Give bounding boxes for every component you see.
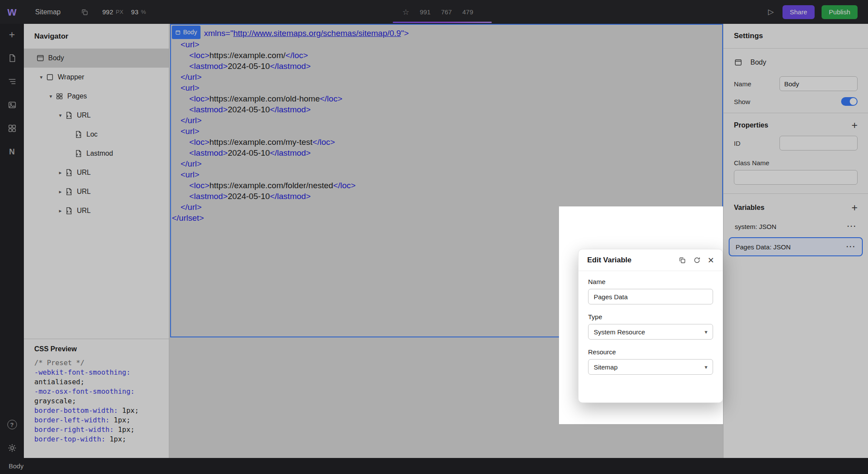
navigator-item-wrapper[interactable]: ▾Wrapper: [24, 68, 169, 87]
xml-line: <loc>https://example.com/</loc>: [172, 50, 409, 61]
type-select[interactable]: System Resource ▾: [588, 324, 713, 340]
star-icon[interactable]: ☆: [402, 7, 409, 17]
navigator-item-loc[interactable]: Loc: [24, 125, 169, 144]
navigator-item-url[interactable]: ▸URL: [24, 163, 169, 182]
preview-play-icon[interactable]: ▷: [768, 7, 774, 16]
navigator-item-url[interactable]: ▾URL: [24, 106, 169, 125]
navigator-item-url[interactable]: ▸URL: [24, 182, 169, 201]
css-preview-code: /* Preset */-webkit-font-smoothing:antia…: [34, 358, 162, 444]
canvas-width-control[interactable]: 992 PX: [102, 8, 123, 16]
gear-icon[interactable]: [7, 443, 17, 453]
breakpoint-479[interactable]: 479: [462, 8, 473, 16]
xml-tag: </url>: [181, 203, 202, 212]
css-preview-line: grayscale;: [34, 396, 162, 406]
xml-line: <lastmod>2024-05-10</lastmod>: [172, 104, 409, 115]
css-val: grayscale;: [34, 397, 76, 405]
publish-button[interactable]: Publish: [822, 5, 858, 19]
show-toggle[interactable]: [841, 97, 858, 106]
topbar: w Sitemap 992 PX 93 % ☆ 991 767 479 ▷ Sh…: [0, 0, 868, 24]
xml-line: </url>: [172, 158, 409, 169]
css-preview-line: border-bottom-width: 1px;: [34, 406, 162, 415]
add-variable-button[interactable]: +: [852, 203, 858, 212]
type-select-value: System Resource: [594, 328, 645, 336]
css-val: 1px;: [105, 435, 126, 443]
xml-tag: <loc>: [189, 137, 209, 147]
css-preview-line: -moz-osx-font-smoothing:: [34, 387, 162, 396]
apps-icon[interactable]: [7, 124, 17, 133]
css-preview-section: CSS Preview /* Preset */-webkit-font-smo…: [24, 339, 169, 458]
xml-line: </urlset>: [172, 212, 409, 223]
css-prop: -webkit-font-smoothing:: [34, 368, 131, 376]
expander-open-icon[interactable]: ▾: [56, 112, 65, 118]
xml-tag: </lastmod>: [270, 105, 311, 114]
component-chip[interactable]: Body: [734, 55, 858, 70]
xml-line: </url>: [172, 202, 409, 212]
xml-line: <lastmod>2024-05-10</lastmod>: [172, 147, 409, 158]
refresh-icon[interactable]: [693, 256, 701, 264]
expander-closed-icon[interactable]: ▸: [56, 208, 65, 214]
variable-item-pages-data[interactable]: Pages Data: JSON ···: [729, 237, 863, 256]
breadcrumb-body[interactable]: Body: [9, 462, 23, 470]
xml-tag: </url>: [181, 116, 202, 125]
zoom-control[interactable]: 93 %: [131, 8, 146, 16]
xml-link: http://www.sitemaps.org/schemas/sitemap/…: [233, 29, 401, 38]
navigator-icon[interactable]: [7, 77, 17, 86]
more-icon[interactable]: ···: [846, 243, 856, 251]
pages-icon[interactable]: [7, 53, 17, 63]
xml-tag: </url>: [181, 159, 202, 168]
edit-variable-dialog: Edit Variable × Name Type System Resourc…: [578, 249, 723, 403]
plus-icon[interactable]: +: [7, 30, 17, 39]
toggle-knob: [850, 98, 857, 105]
xml-text: 2024-05-10: [228, 192, 270, 201]
xml-icon: [74, 130, 83, 139]
xml-tag: <url>: [181, 170, 199, 179]
xml-tag: <loc>: [189, 94, 209, 103]
navigator-item-label: Body: [48, 54, 64, 62]
navigator-item-lastmod[interactable]: Lastmod: [24, 144, 169, 163]
expander-closed-icon[interactable]: ▸: [56, 170, 65, 176]
assets-icon[interactable]: [7, 100, 17, 110]
xml-tag: <url>: [181, 40, 199, 49]
close-icon[interactable]: ×: [708, 256, 714, 264]
xml-text: https://example.com/: [209, 51, 285, 60]
id-input[interactable]: [779, 136, 858, 150]
css-prop: -moz-osx-font-smoothing:: [34, 387, 135, 396]
expander-closed-icon[interactable]: ▸: [56, 189, 65, 195]
help-icon[interactable]: ?: [7, 420, 17, 429]
variable-label: Pages Data: JSON: [736, 243, 791, 251]
breakpoint-991[interactable]: 991: [420, 8, 431, 16]
navigator-item-url[interactable]: ▸URL: [24, 201, 169, 220]
navigator-item-pages[interactable]: ▾Pages: [24, 87, 169, 106]
add-property-button[interactable]: +: [852, 121, 858, 130]
show-label: Show: [734, 98, 750, 105]
variables-header: Variables +: [729, 203, 863, 212]
xml-tag: </loc>: [333, 181, 356, 190]
left-toolbar: + N ?: [0, 24, 24, 458]
id-field-row: ID: [734, 136, 858, 150]
dialog-body: Name Type System Resource ▾ Resource Sit…: [579, 271, 723, 375]
expander-open-icon[interactable]: ▾: [37, 74, 46, 80]
n-logo-icon[interactable]: N: [7, 147, 17, 157]
duplicate-icon[interactable]: [678, 256, 686, 264]
variable-item-system[interactable]: system: JSON ···: [729, 218, 863, 235]
dialog-name-input[interactable]: [588, 289, 713, 304]
webstudio-logo[interactable]: w: [0, 0, 24, 24]
copy-icon[interactable]: [81, 8, 89, 16]
navigator-item-body[interactable]: Body: [24, 49, 169, 68]
chevron-down-icon: ▾: [704, 329, 707, 335]
expander-open-icon[interactable]: ▾: [46, 93, 55, 99]
settings-title: Settings: [723, 24, 868, 49]
class-name-input[interactable]: [734, 170, 858, 185]
resource-select[interactable]: Sitemap ▾: [588, 359, 713, 375]
dialog-title: Edit Variable: [587, 256, 631, 265]
name-input[interactable]: [779, 76, 858, 91]
xml-line: <lastmod>2024-05-10</lastmod>: [172, 191, 409, 202]
more-icon[interactable]: ···: [847, 222, 857, 230]
breakpoint-767[interactable]: 767: [441, 8, 452, 16]
selected-element-chip[interactable]: Body: [172, 26, 201, 39]
navigator-item-label: URL: [77, 188, 91, 196]
xml-line: </url>: [172, 72, 409, 82]
share-button[interactable]: Share: [783, 5, 815, 19]
xml-tag: </loc>: [312, 137, 335, 147]
chevron-down-icon: ▾: [704, 364, 707, 370]
